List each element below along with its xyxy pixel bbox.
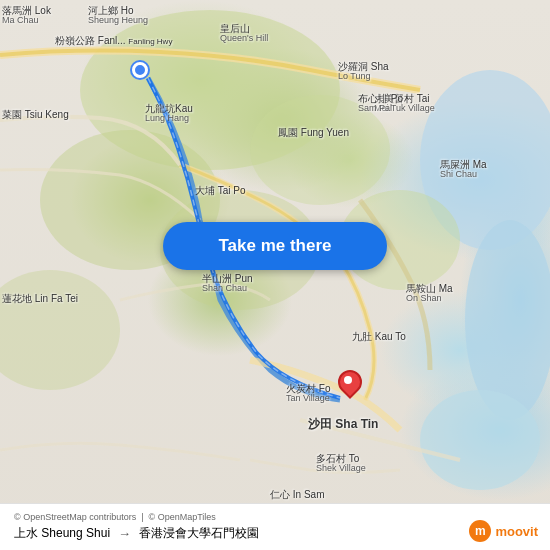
label-fung-yuen: 鳳園 Fung Yuen [278,126,349,140]
take-me-there-button[interactable]: Take me there [163,222,387,270]
label-ma-on-shan-en: On Shan [406,293,442,303]
road-network [0,0,550,550]
label-lin-fa-tei: 蓮花地 Lin Fa Tei [2,292,78,306]
label-sha-lo-tung-en: Lo Tung [338,71,371,81]
origin-label: 上水 Sheung Shui [14,525,110,542]
svg-point-1 [465,220,550,420]
map-attribution: © OpenStreetMap contributors | © OpenMap… [14,512,216,522]
label-ma-shi-chau-en: Shi Chau [440,169,477,179]
route-arrow-icon: → [118,526,131,541]
label-fanling-hwy: 粉嶺公路 Fanl... Fanling Hwy [55,34,172,48]
label-to-shek-en: Shek Village [316,463,366,473]
route-info-content: © OpenStreetMap contributors | © OpenMap… [14,512,536,522]
label-queens-hill-en: Queen's Hill [220,33,268,43]
moovit-brand-name: moovit [495,524,538,539]
destination-label: 香港浸會大學石門校園 [139,525,259,542]
label-po-sam-pal-en: Sam Pal [358,103,392,113]
svg-point-2 [420,390,540,490]
map-container: 落馬洲 Lok Ma Chau 河上鄉 Ho Sheung Heung 粉嶺公路… [0,0,550,550]
label-sha-tin: 沙田 Sha Tin [308,416,378,433]
label-kau-lung-hang-en: Lung Hang [145,113,189,123]
route-info-bar: © OpenStreetMap contributors | © OpenMap… [0,503,550,550]
label-in-sam: 仁心 In Sam [270,488,324,502]
label-tai-po: 大埔 Tai Po [195,184,246,198]
label-kau-to: 九肚 Kau To [352,330,406,344]
label-lok-ma-chau-en: Ma Chau [2,15,39,25]
label-fo-tan-en: Tan Village [286,393,330,403]
svg-point-7 [0,270,120,390]
origin-marker [132,62,148,78]
destination-marker [338,370,358,398]
route-summary: 上水 Sheung Shui → 香港浸會大學石門校園 [14,525,536,542]
moovit-logo: m moovit [469,520,538,542]
label-ho-sheung-heung-en: Sheung Heung [88,15,148,25]
label-tsiu-keng: 菜園 Tsiu Keng [2,108,69,122]
moovit-icon: m [469,520,491,542]
label-pun-shan-chau-en: Shan Chau [202,283,247,293]
